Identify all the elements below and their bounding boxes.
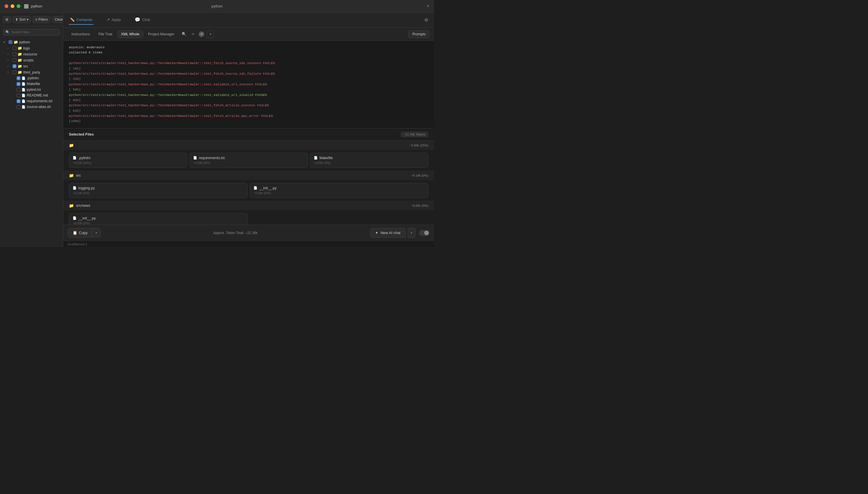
tabs-bar: Instructions File Tree XML Whole Project… (63, 27, 434, 41)
file-name: Makefile (319, 156, 333, 160)
new-tab-button[interactable]: + (426, 3, 429, 9)
tree-checkbox-source-alias[interactable] (17, 105, 20, 109)
file-icon: 📄 (21, 99, 25, 103)
folder-icon: 📁 (69, 203, 74, 208)
total-token-badge: ~11.34k Tokens (401, 132, 428, 137)
tree-checkbox-resource[interactable] (13, 52, 16, 56)
search-box[interactable]: 🔍 (3, 29, 60, 36)
tree-item-third-party[interactable]: › 📁 third_party (1, 69, 62, 75)
copy-button[interactable]: 📋 Copy (68, 228, 93, 238)
sort-button[interactable]: ⬆ Sort ▾ (13, 16, 31, 23)
console-line-failed: python/src/tests/crawler/test_hackernews… (69, 71, 428, 76)
file-icon: 📄 (73, 216, 77, 220)
maximize-button[interactable] (17, 4, 20, 8)
console-line-progress: [ 83%] (69, 108, 428, 113)
tree-checkbox-requirements[interactable]: ✓ (17, 99, 20, 103)
model-toggle-knob (424, 231, 429, 235)
minimize-button[interactable] (11, 4, 14, 8)
tree-checkbox-src[interactable]: ✓ (13, 64, 16, 68)
nav-tab-apply[interactable]: ↗ Apply (105, 15, 122, 25)
tree-item-pytest-ini[interactable]: › 📄 pytest.ini (1, 87, 62, 93)
file-card-makefile[interactable]: 📄 Makefile ~0.06k (0%) (310, 153, 428, 168)
file-tokens: ~0.00k (0%) (73, 222, 244, 225)
console-line: collected 6 items (69, 50, 428, 55)
tree-label-third-party: third_party (23, 70, 59, 74)
folder-token-root: ~5.66k (25%) (409, 144, 428, 147)
file-icon: 📄 (73, 156, 77, 160)
tree-checkbox-scripts[interactable] (13, 58, 16, 62)
tree-checkbox-pylintrc[interactable]: ✓ (17, 76, 20, 80)
console-line: asyncio: mode=auto (69, 45, 428, 50)
search-input[interactable] (12, 30, 57, 34)
tree-item-src[interactable]: › ✓ 📁 src (1, 63, 62, 69)
tree-checkbox-logs[interactable] (13, 46, 16, 50)
tree-checkbox-readme[interactable] (17, 94, 20, 97)
tree-item-scripts[interactable]: › 📁 scripts (1, 57, 62, 63)
add-tab-button[interactable]: + (207, 31, 214, 38)
new-chat-button[interactable]: ✦ New AI chat (370, 228, 405, 238)
console-line-progress: [100%] (69, 119, 428, 124)
tree-item-requirements[interactable]: › ✓ 📄 requirements.txt (1, 98, 62, 104)
folder-name-src-news: src/news (76, 204, 90, 208)
app-icon: ⬜ (24, 4, 29, 8)
search-button[interactable]: 🔍 (180, 31, 188, 38)
folder-header-src: 📁 src ~0.14k (0%) (63, 171, 434, 180)
file-card-init-src[interactable]: 📄 __init__.py ~0.00k (0%) (250, 183, 428, 198)
file-card-pylintrc[interactable]: 📄 .pylintrc ~5.52k (24%) (69, 153, 187, 168)
file-tokens: ~0.08k (0%) (193, 161, 304, 165)
tree-checkbox-third-party[interactable] (13, 70, 16, 74)
tab-close-button[interactable]: ✕ (199, 31, 204, 37)
file-icon: 📄 (21, 88, 25, 92)
copy-icon: 📋 (73, 231, 77, 235)
ai-chat-icon: ✦ (375, 231, 378, 235)
tree-checkbox-makefile[interactable]: ✓ (17, 82, 20, 86)
tab-xml-whole[interactable]: XML Whole (117, 31, 143, 38)
file-icon: 📄 (21, 82, 25, 86)
nav-tab-chat[interactable]: 💬 Chat (134, 15, 151, 25)
folder-icon: 📁 (69, 143, 74, 148)
copy-dropdown-button[interactable]: ▾ (93, 228, 100, 237)
file-icon: 📄 (73, 186, 77, 190)
tree-item-readme[interactable]: › 📄 README.md (1, 93, 62, 98)
file-tokens: ~0.00k (0%) (254, 191, 425, 195)
file-card-logging[interactable]: 📄 logging.py ~0.14k (0%) (69, 183, 248, 198)
new-chat-dropdown-button[interactable]: ▾ (408, 228, 416, 238)
model-toggle[interactable] (419, 230, 429, 236)
console-line-failed: python/src/tests/crawler/test_hackernews… (69, 61, 428, 66)
edit-button[interactable]: ✏ (190, 31, 197, 38)
main-content[interactable]: asyncio: mode=auto collected 6 items pyt… (63, 41, 434, 225)
title-bar: ⬜ python python + (0, 0, 434, 13)
tree-item-makefile[interactable]: › ✓ 📄 Makefile (1, 81, 62, 87)
tree-item-source-alias[interactable]: › 📄 source-alias.sh (1, 104, 62, 110)
tree-item-logs[interactable]: › 📁 logs (1, 45, 62, 51)
file-tree: ▾ – 📁 python › 📁 logs › 📁 resource › (0, 38, 63, 247)
nav-tab-compose[interactable]: ✏️ Compose (69, 15, 94, 25)
tree-item-pylintrc[interactable]: › ✓ 📄 .pylintrc (1, 75, 62, 81)
apply-icon: ↗ (106, 17, 110, 22)
settings-button[interactable]: ⚙ (424, 17, 428, 23)
sidebar-toolbar: ⊞ ⬆ Sort ▾ ≡ Filters Clear ↺ (0, 13, 63, 26)
chevron-down-icon: ▾ (27, 18, 28, 21)
file-card-init-news[interactable]: 📄 __init__.py ~0.00k (0%) (69, 213, 248, 225)
folder-group-src: 📁 src ~0.14k (0%) 📄 logging.py ~0.14k (0… (63, 171, 434, 201)
tree-item-resource[interactable]: › 📁 resource (1, 51, 62, 57)
tab-file-tree[interactable]: File Tree (95, 31, 116, 38)
tree-item-python[interactable]: ▾ – 📁 python (1, 39, 62, 45)
clear-button[interactable]: Clear (52, 16, 63, 23)
tab-instructions[interactable]: Instructions (68, 31, 94, 38)
selected-files-header: Selected Files ~11.34k Tokens (63, 128, 434, 141)
files-grid-src-news: 📄 __init__.py ~0.00k (0%) (63, 210, 434, 225)
folder-header-src-news: 📁 src/news ~0.00k (0%) (63, 201, 434, 210)
filters-button[interactable]: ≡ Filters (33, 16, 51, 23)
prompts-button[interactable]: Prompts (409, 31, 429, 38)
files-grid-src: 📄 logging.py ~0.14k (0%) 📄 __init__.py ~… (63, 180, 434, 201)
tree-checkbox-python[interactable]: – (8, 40, 12, 44)
sidebar-icon-btn[interactable]: ⊞ (3, 16, 11, 23)
close-button[interactable] (5, 4, 8, 8)
model-label: local/llama3.1 (68, 242, 87, 246)
tree-checkbox-pytest-ini[interactable] (17, 88, 20, 92)
tab-project-manager[interactable]: Project Manager (144, 31, 178, 38)
file-card-requirements[interactable]: 📄 requirements.txt ~0.08k (0%) (190, 153, 308, 168)
content-area: ✏️ Compose ↗ Apply 💬 Chat ⚙ Instructions (63, 13, 434, 247)
folder-header-root: 📁 ~5.66k (25%) (63, 141, 434, 150)
